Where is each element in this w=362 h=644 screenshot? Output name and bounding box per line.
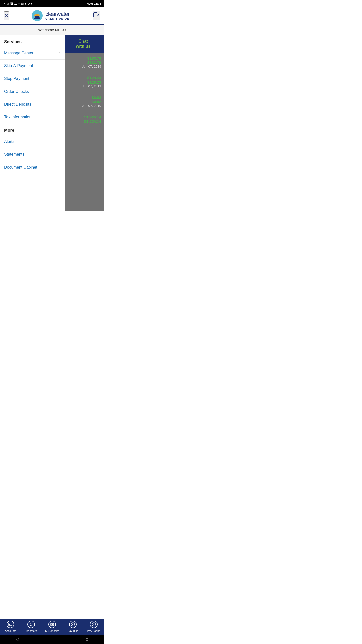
logo-area: clearwater CREDIT UNION xyxy=(32,10,69,21)
menu-item-label: Statements xyxy=(4,152,24,157)
chat-line2: with us xyxy=(76,44,91,49)
more-section-header: More xyxy=(0,124,65,135)
menu-item-order-checks[interactable]: Order Checks xyxy=(0,85,65,98)
amount-1b: $183.79 xyxy=(65,60,101,65)
menu-item-label: Tax Information xyxy=(4,115,31,119)
financial-data-overlay: $183.79 $183.79 Jun 07, 2019 $129.23 $12… xyxy=(62,53,104,127)
menu-item-tax-information[interactable]: Tax Information xyxy=(0,111,65,124)
brand-name: clearwater xyxy=(45,11,69,17)
amount-1a: $183.79 xyxy=(65,56,101,60)
app-header: × clearwater CREDIT UNION xyxy=(0,7,104,25)
financial-row-3: $0.02 $0.02 Jun 07, 2019 xyxy=(62,92,104,111)
menu-item-label: Alerts xyxy=(4,139,14,144)
amount-4b: $1,224.14 xyxy=(65,119,101,124)
menu-item-direct-deposits[interactable]: Direct Deposits xyxy=(0,98,65,111)
menu-panel: Services Message Center › Skip-A-Payment… xyxy=(0,35,65,211)
brand-logo-icon xyxy=(32,10,43,21)
logout-button[interactable] xyxy=(93,11,100,20)
date-3: Jun 07, 2019 xyxy=(65,104,101,108)
battery-level: 62% xyxy=(87,2,93,5)
amount-3b: $0.02 xyxy=(65,100,101,104)
date-2: Jun 07, 2019 xyxy=(65,84,101,88)
menu-item-message-center[interactable]: Message Center › xyxy=(0,47,65,60)
status-bar: ◄ ⚠ 🖼 ☁ ✔ ▦ ▶ ⊖ ▾ 62% 11:36 xyxy=(0,0,104,7)
time: 11:36 xyxy=(94,2,101,5)
brand-subtitle: CREDIT UNION xyxy=(45,17,69,20)
welcome-bar: Welcome MFCU xyxy=(0,25,104,35)
menu-item-statements[interactable]: Statements xyxy=(0,148,65,161)
financial-row-1: $183.79 $183.79 Jun 07, 2019 xyxy=(62,53,104,72)
date-1: Jun 07, 2019 xyxy=(65,65,101,68)
amount-2a: $129.23 xyxy=(65,76,101,80)
services-section-header: Services xyxy=(0,35,65,47)
financial-row-4: $1,224.14 $1,224.14 xyxy=(62,111,104,127)
main-content: Services Message Center › Skip-A-Payment… xyxy=(0,35,104,211)
menu-item-document-cabinet[interactable]: Document Cabinet xyxy=(0,161,65,174)
financial-row-2: $129.23 $129.23 Jun 07, 2019 xyxy=(62,72,104,92)
menu-item-label: Message Center xyxy=(4,51,33,55)
status-right-info: 62% 11:36 xyxy=(87,2,101,5)
welcome-text: Welcome MFCU xyxy=(38,28,66,32)
menu-item-label: Order Checks xyxy=(4,89,29,94)
menu-item-label: Skip-A-Payment xyxy=(4,64,33,68)
status-icons: ◄ ⚠ 🖼 ☁ ✔ ▦ ▶ ⊖ ▾ xyxy=(3,2,32,5)
menu-item-label: Document Cabinet xyxy=(4,165,37,170)
chat-with-us-button[interactable]: Chat with us xyxy=(62,35,104,53)
amount-3a: $0.02 xyxy=(65,95,101,100)
close-button[interactable]: × xyxy=(4,11,9,20)
logo-text-area: clearwater CREDIT UNION xyxy=(45,11,69,20)
chevron-right-icon: › xyxy=(59,51,60,55)
amount-2b: $129.23 xyxy=(65,80,101,84)
menu-item-alerts[interactable]: Alerts xyxy=(0,135,65,148)
right-overlay-panel: Chat with us $183.79 $183.79 Jun 07, 201… xyxy=(62,35,104,211)
menu-item-label: Direct Deposits xyxy=(4,102,31,107)
menu-item-stop-payment[interactable]: Stop Payment xyxy=(0,72,65,85)
amount-4a: $1,224.14 xyxy=(65,115,101,119)
menu-item-label: Stop Payment xyxy=(4,76,29,81)
chat-line1: Chat xyxy=(78,39,88,44)
menu-item-skip-payment[interactable]: Skip-A-Payment xyxy=(0,60,65,72)
